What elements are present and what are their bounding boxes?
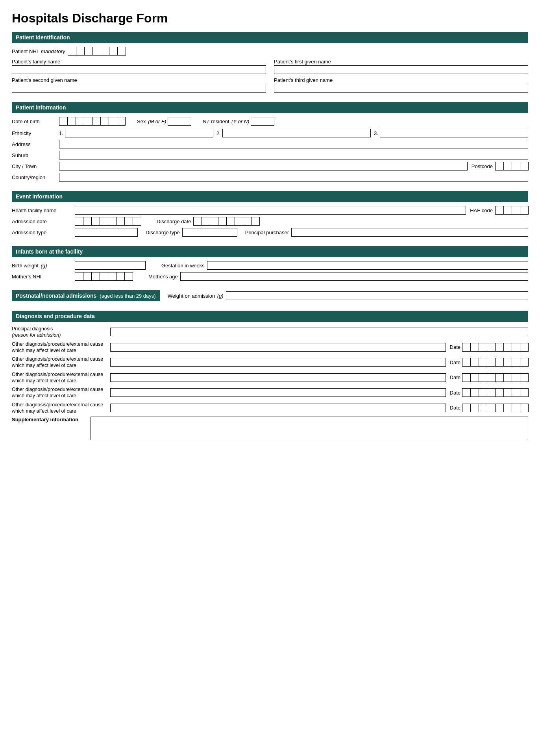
date-input-2[interactable] — [462, 358, 528, 367]
ethnicity-1: 1. — [59, 129, 213, 137]
supplementary-row: Supplementary information — [12, 417, 528, 440]
admission-type-input[interactable] — [75, 228, 138, 237]
nhi-label: Patient NHI mandatory — [12, 48, 65, 54]
infants-header: Infants born at the facility — [12, 246, 528, 257]
patient-identification-header: Patient identification — [12, 32, 528, 43]
other-diagnosis-input-4[interactable] — [110, 388, 446, 397]
second-given-name-label: Patient's second given name — [12, 77, 266, 83]
other-diagnosis-row-4: Other diagnosis/procedure/external cause… — [12, 386, 528, 399]
patient-information-header: Patient information — [12, 102, 528, 113]
name-row-1: Patient's family name Patient's first gi… — [12, 59, 528, 74]
principal-purchaser-input[interactable] — [291, 228, 528, 237]
first-given-name-input[interactable] — [274, 65, 528, 74]
supplementary-input[interactable] — [91, 417, 528, 440]
second-given-name-input[interactable] — [12, 84, 266, 93]
dob-label: Date of birth — [12, 119, 59, 124]
first-given-name-label: Patient's first given name — [274, 59, 528, 65]
date-input-3[interactable] — [462, 373, 528, 382]
suburb-label: Suburb — [12, 152, 59, 158]
admission-type-label: Admission type — [12, 230, 75, 235]
weight-on-admission-label: Weight on admission (g) — [168, 293, 224, 299]
date-label-1: Date — [450, 344, 460, 350]
principal-diagnosis-input[interactable] — [110, 328, 528, 336]
gestation-input[interactable] — [207, 261, 528, 270]
birth-weight-input[interactable] — [75, 261, 146, 270]
nhi-input-cells[interactable] — [68, 47, 126, 56]
haf-code-label: HAF code — [470, 208, 493, 213]
other-diagnosis-row-2: Other diagnosis/procedure/external cause… — [12, 356, 528, 369]
date-label-5: Date — [450, 405, 460, 411]
third-given-name-label: Patient's third given name — [274, 77, 528, 83]
discharge-date-label: Discharge date — [157, 219, 191, 224]
suburb-input[interactable] — [59, 151, 528, 159]
mothers-nhi-input[interactable] — [75, 272, 133, 281]
other-diagnosis-label-2: Other diagnosis/procedure/external cause… — [12, 356, 110, 369]
ethnicity-2: 2. — [216, 129, 371, 137]
third-given-name-input[interactable] — [274, 84, 528, 93]
date-label-2: Date — [450, 359, 460, 365]
suburb-row: Suburb — [12, 151, 528, 159]
other-diagnosis-input-3[interactable] — [110, 373, 446, 382]
first-given-name-group: Patient's first given name — [274, 59, 528, 74]
postnatal-header: Postnatal/neonatal admissions (aged less… — [12, 290, 160, 301]
supplementary-label: Supplementary information — [12, 417, 91, 422]
city-input[interactable] — [59, 162, 468, 170]
page-title: Hospitals Discharge Form — [12, 11, 528, 26]
dob-sex-row: Date of birth Sex (M or F) NZ resident (… — [12, 117, 528, 126]
other-diagnosis-input-2[interactable] — [110, 358, 446, 367]
family-name-input[interactable] — [12, 65, 266, 74]
other-diagnosis-row-3: Other diagnosis/procedure/external cause… — [12, 371, 528, 384]
postcode-label: Postcode — [472, 163, 493, 169]
ethnicity-num-1: 1. — [59, 130, 63, 136]
patient-information-section: Patient information Date of birth Sex (M… — [12, 102, 528, 182]
other-diagnosis-label-4: Other diagnosis/procedure/external cause… — [12, 386, 110, 399]
ethnicity-label: Ethnicity — [12, 130, 59, 136]
principal-purchaser-label: Principal purchaser — [245, 230, 289, 235]
second-given-name-group: Patient's second given name — [12, 77, 266, 93]
other-diagnosis-input-1[interactable] — [110, 343, 446, 352]
family-name-group: Patient's family name — [12, 59, 266, 74]
ethnicity-input-1[interactable] — [65, 129, 213, 137]
country-label: Country/region — [12, 174, 59, 180]
postcode-input[interactable] — [495, 162, 528, 170]
country-input[interactable] — [59, 173, 528, 182]
ethnicity-row: Ethnicity 1. 2. 3. — [12, 129, 528, 137]
sex-label: Sex (M or F) — [137, 119, 166, 124]
principal-diagnosis-row: Principal diagnosis (reason for admissio… — [12, 326, 528, 339]
types-row: Admission type Discharge type Principal … — [12, 228, 528, 237]
discharge-type-label: Discharge type — [146, 230, 180, 235]
admission-date-label: Admission date — [12, 219, 75, 224]
address-label: Address — [12, 141, 59, 147]
mothers-row: Mother's NHI Mother's age — [12, 272, 528, 281]
haf-code-input[interactable] — [495, 206, 528, 215]
date-label-4: Date — [450, 390, 460, 396]
mothers-age-input[interactable] — [180, 272, 528, 281]
ethnicity-3: 3. — [374, 129, 528, 137]
birth-weight-row: Birth weight (g) Gestation in weeks — [12, 261, 528, 270]
address-input[interactable] — [59, 140, 528, 148]
date-input-5[interactable] — [462, 404, 528, 412]
admission-date-input[interactable] — [75, 217, 141, 226]
facility-name-input[interactable] — [75, 206, 466, 215]
city-label: City / Town — [12, 163, 59, 169]
sex-input[interactable] — [168, 117, 191, 126]
dob-input[interactable] — [59, 117, 125, 126]
ethnicity-input-2[interactable] — [222, 129, 371, 137]
nz-resident-label: NZ resident (Y or N) — [203, 119, 249, 124]
country-row: Country/region — [12, 173, 528, 182]
discharge-type-input[interactable] — [182, 228, 237, 237]
third-given-name-group: Patient's third given name — [274, 77, 528, 93]
other-diagnosis-input-5[interactable] — [110, 404, 446, 412]
nz-resident-input[interactable] — [251, 117, 274, 126]
weight-on-admission-input[interactable] — [226, 291, 528, 300]
date-input-4[interactable] — [462, 388, 528, 397]
facility-name-label: Health facility name — [12, 208, 75, 213]
date-input-1[interactable] — [462, 343, 528, 352]
family-name-label: Patient's family name — [12, 59, 266, 65]
discharge-date-input[interactable] — [193, 217, 259, 226]
ethnicity-num-3: 3. — [374, 130, 378, 136]
diagnosis-section: Diagnosis and procedure data Principal d… — [12, 311, 528, 440]
ethnicity-input-3[interactable] — [380, 129, 528, 137]
principal-diagnosis-label: Principal diagnosis (reason for admissio… — [12, 326, 110, 339]
event-information-section: Event information Health facility name H… — [12, 191, 528, 237]
